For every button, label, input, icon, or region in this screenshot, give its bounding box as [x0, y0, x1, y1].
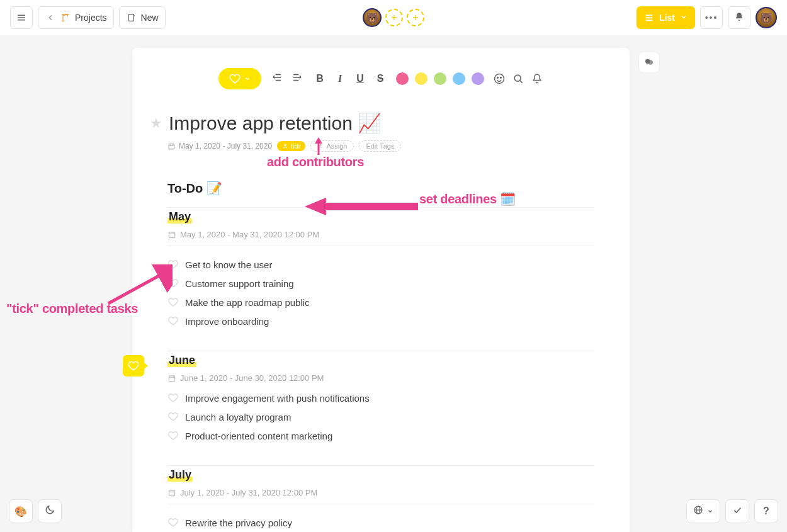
- task-text: Rewrite the privacy policy: [185, 518, 292, 528]
- toolbar-extras: [493, 72, 543, 85]
- strike-button[interactable]: S: [373, 73, 387, 84]
- svg-marker-39: [305, 198, 418, 215]
- document-title[interactable]: Improve app retention 📈: [169, 112, 381, 134]
- task-text: Product-oriented content marketing: [185, 431, 332, 441]
- indent-button[interactable]: [290, 72, 304, 86]
- meta-row: May 1, 2020 - July 31, 2020 tldr Assign …: [167, 140, 594, 152]
- month-heading[interactable]: May: [167, 210, 192, 224]
- chevron-left-icon: [45, 12, 56, 23]
- favorite-toggle[interactable]: [218, 68, 261, 89]
- underline-button[interactable]: U: [353, 73, 367, 84]
- confirm-button[interactable]: [725, 499, 749, 523]
- assign-label: Assign: [326, 142, 347, 150]
- outdent-button[interactable]: [270, 72, 284, 86]
- reminder-button[interactable]: [531, 72, 543, 85]
- heart-checkbox-icon[interactable]: [167, 392, 179, 404]
- svg-line-41: [108, 273, 164, 303]
- section-july: July July 1, 2020 - July 31, 2020 12:00 …: [167, 465, 594, 532]
- new-button[interactable]: New: [119, 6, 166, 29]
- heart-checkbox-icon[interactable]: [167, 430, 179, 441]
- task-row[interactable]: Launch a loyalty program: [167, 407, 594, 426]
- task-text: Improve onboarding: [185, 316, 269, 327]
- heart-checkbox-icon[interactable]: [167, 517, 179, 528]
- section-date-text: June 1, 2020 - June 30, 2020 12:00 PM: [180, 373, 324, 383]
- help-button[interactable]: ?: [754, 499, 778, 523]
- section-date-range[interactable]: May 1, 2020 - May 31, 2020 12:00 PM: [167, 230, 594, 239]
- task-row[interactable]: Improve engagement with push notificatio…: [167, 388, 594, 407]
- editor-toolbar: B I U S: [167, 68, 594, 89]
- theme-palette-button[interactable]: 🎨: [9, 499, 33, 523]
- search-button[interactable]: [512, 72, 524, 85]
- dark-mode-button[interactable]: [38, 499, 62, 523]
- annotation-arrow-left: [305, 195, 418, 218]
- annotation-add-contributors: add contributors: [267, 155, 364, 169]
- svg-marker-38: [315, 137, 322, 144]
- crane-icon: [60, 12, 71, 23]
- edit-tags-button[interactable]: Edit Tags: [359, 140, 401, 152]
- language-button[interactable]: [686, 499, 720, 523]
- add-workspace-button-2[interactable]: +: [407, 9, 424, 26]
- color-blue[interactable]: [453, 72, 465, 85]
- bottom-left-controls: 🎨: [9, 499, 62, 523]
- task-row[interactable]: Product-oriented content marketing: [167, 426, 594, 445]
- star-icon[interactable]: ★: [150, 115, 162, 132]
- section-date-range[interactable]: July 1, 2020 - July 31, 2020 12:00 PM: [167, 488, 594, 497]
- date-range-text: May 1, 2020 - July 31, 2020: [179, 142, 272, 150]
- color-swatches: [396, 72, 484, 85]
- hamburger-icon: [16, 12, 27, 23]
- bold-button[interactable]: B: [313, 73, 327, 84]
- calendar-icon: [167, 142, 176, 150]
- task-row[interactable]: Get to know the user: [167, 255, 594, 274]
- date-range-chip[interactable]: May 1, 2020 - July 31, 2020: [167, 142, 272, 150]
- view-switcher-button[interactable]: List: [637, 6, 695, 29]
- palette-icon: 🎨: [14, 506, 27, 518]
- calendar-icon: [167, 230, 176, 239]
- svg-point-13: [648, 60, 654, 65]
- divider: [167, 246, 594, 246]
- user-avatar[interactable]: 🐻: [756, 7, 777, 28]
- person-icon: [282, 143, 288, 149]
- calendar-icon: [167, 374, 176, 383]
- owner-tag[interactable]: tldr: [277, 141, 305, 151]
- color-purple[interactable]: [472, 72, 484, 85]
- task-row[interactable]: Customer support training: [167, 274, 594, 293]
- color-pink[interactable]: [396, 72, 409, 85]
- projects-breadcrumb-button[interactable]: Projects: [38, 6, 114, 29]
- projects-label: Projects: [75, 13, 107, 23]
- notifications-button[interactable]: [728, 6, 750, 29]
- task-text: Get to know the user: [185, 259, 272, 270]
- todo-heading: To-Do 📝: [167, 181, 594, 196]
- top-bar: Projects New 🐻 + + List ••• 🐻: [0, 0, 787, 35]
- workspace-avatar[interactable]: 🐻: [363, 8, 382, 27]
- svg-rect-9: [646, 14, 653, 16]
- month-heading[interactable]: June: [167, 354, 196, 367]
- divider: [167, 504, 594, 504]
- section-date-range[interactable]: June 1, 2020 - June 30, 2020 12:00 PM: [167, 373, 594, 383]
- heart-checkbox-icon[interactable]: [167, 411, 179, 422]
- section-date-text: May 1, 2020 - May 31, 2020 12:00 PM: [180, 230, 319, 239]
- chevron-down-icon: [680, 13, 688, 23]
- new-doc-icon: [126, 12, 137, 23]
- more-menu-button[interactable]: •••: [700, 6, 723, 29]
- add-workspace-button[interactable]: +: [385, 9, 403, 26]
- italic-button[interactable]: I: [333, 73, 347, 84]
- title-row: ★ Improve app retention 📈: [150, 112, 594, 134]
- svg-rect-31: [169, 232, 174, 237]
- svg-point-20: [495, 74, 504, 84]
- heart-checkbox-icon[interactable]: [167, 315, 179, 327]
- section-may: May May 1, 2020 - May 31, 2020 12:00 PM …: [167, 207, 594, 331]
- workspace-avatars: 🐻 + +: [363, 8, 424, 27]
- task-row[interactable]: Make the app roadmap public: [167, 293, 594, 312]
- svg-rect-11: [646, 20, 653, 21]
- color-yellow[interactable]: [415, 72, 427, 85]
- color-green[interactable]: [434, 72, 446, 85]
- list-icon: [644, 13, 654, 23]
- emoji-button[interactable]: [493, 72, 506, 85]
- presence-indicator[interactable]: [638, 52, 660, 73]
- hamburger-menu-button[interactable]: [10, 6, 33, 29]
- month-heading[interactable]: July: [167, 468, 193, 482]
- side-heart-tab[interactable]: [123, 355, 144, 376]
- task-row[interactable]: Rewrite the privacy policy: [167, 513, 594, 532]
- task-row[interactable]: Improve onboarding: [167, 312, 594, 331]
- svg-point-29: [285, 144, 286, 146]
